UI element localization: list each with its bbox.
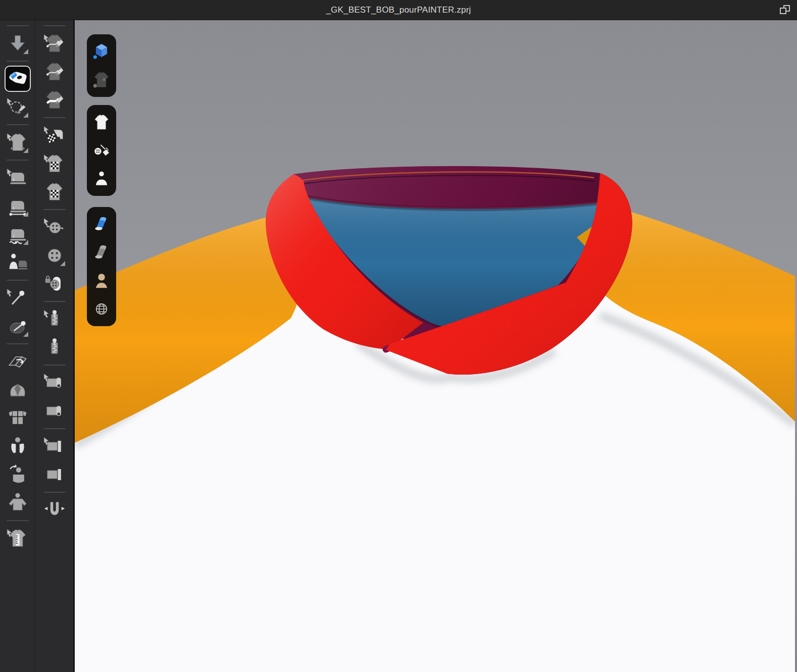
- shirt-white-icon: [92, 113, 111, 132]
- pinch-move-tool[interactable]: [5, 66, 31, 92]
- person-machine-icon: [7, 251, 29, 274]
- toolbar-secondary: [35, 20, 75, 672]
- toolbar-separator: [7, 160, 29, 161]
- zipper-plain-icon: [43, 336, 66, 358]
- fold-arrangement-tool[interactable]: [5, 348, 31, 375]
- view-2d-pattern[interactable]: [88, 66, 115, 94]
- edit-sewing-tool[interactable]: [5, 165, 31, 191]
- app-window: _GK_BEST_BOB_pourPAINTER.zprj: [0, 0, 797, 672]
- garment-scene: [75, 20, 795, 672]
- piping-tool[interactable]: [41, 398, 68, 424]
- avatar-head-icon: [92, 271, 111, 290]
- fabric-fold-gray-icon: [92, 243, 111, 262]
- toolbar-separator: [43, 25, 66, 26]
- buttonhole-lock-icon: [43, 273, 66, 295]
- fabric-pin-icon: [7, 315, 29, 337]
- folded-jacket-icon: [7, 379, 29, 401]
- select-pin-tool[interactable]: [5, 285, 31, 311]
- show-trims[interactable]: [88, 136, 115, 165]
- fabric-roll-plain-icon: [43, 400, 66, 422]
- shirt-pieces-icon: [7, 407, 29, 429]
- toolbar-separator: [7, 520, 29, 521]
- uv-map-tool[interactable]: [41, 179, 68, 205]
- environment[interactable]: [88, 295, 115, 323]
- toolbar-separator: [7, 61, 29, 62]
- toolbar-separator: [43, 209, 66, 210]
- fit-to-avatar-sewing-tool[interactable]: [5, 249, 31, 276]
- fold-garment-tool[interactable]: [5, 377, 31, 403]
- select-move-garment-tool[interactable]: [5, 129, 31, 156]
- shirt-curve-thick-icon: [43, 89, 66, 111]
- toolbar-separator: [43, 428, 66, 429]
- restore-window-icon[interactable]: [780, 5, 790, 14]
- free-sewing-tool[interactable]: [5, 221, 31, 247]
- import-tool[interactable]: [5, 30, 31, 57]
- restore-front-square: [780, 8, 786, 14]
- arrow-down-icon: [7, 32, 29, 55]
- select-zipper-tool[interactable]: [41, 306, 68, 332]
- button-needle-icon: [92, 141, 111, 160]
- toolbar-separator: [43, 492, 66, 493]
- measure-garment-tool[interactable]: [5, 525, 31, 551]
- try-on-tool[interactable]: [5, 490, 31, 516]
- toolbar-separator: [7, 25, 29, 26]
- select-binding-tool[interactable]: [41, 433, 68, 459]
- wrap-avatar-icon: [7, 435, 29, 457]
- pin-tool[interactable]: [5, 313, 31, 339]
- edit-3d-pen-tool[interactable]: [41, 30, 68, 57]
- view-3d[interactable]: [88, 37, 115, 66]
- wrap-arrangement-tool[interactable]: [5, 433, 31, 459]
- clamp-icon: [43, 499, 66, 521]
- buttonhole-tool[interactable]: [41, 271, 68, 297]
- fold-plane-icon: [7, 350, 29, 373]
- toolbar-separator: [7, 124, 29, 125]
- cube-3d-icon: [92, 42, 111, 61]
- toolbar-separator: [43, 365, 66, 366]
- binding-strip-plain-icon: [43, 463, 66, 486]
- button-icon: [43, 244, 66, 267]
- floating-toolbar-view-mode: [87, 34, 116, 97]
- tuck-tool[interactable]: [41, 497, 68, 523]
- rotate-avatar-icon: [7, 463, 29, 486]
- select-button-tool[interactable]: [41, 214, 68, 240]
- paint-select-tool[interactable]: [5, 94, 31, 120]
- viewport-3d[interactable]: [75, 20, 797, 672]
- show-garment[interactable]: [88, 108, 115, 136]
- shirt-2d-icon: [92, 70, 111, 89]
- shirt-curve-pen-icon: [43, 61, 66, 83]
- rotate-arrangement-tool[interactable]: [5, 461, 31, 488]
- reset-arrangement-tool[interactable]: [5, 405, 31, 431]
- binding-tool[interactable]: [41, 461, 68, 488]
- sewing-free-icon: [7, 223, 29, 245]
- pinch-hand-icon: [7, 68, 29, 90]
- toolbar-separator: [43, 301, 66, 302]
- segment-sewing-tool[interactable]: [5, 193, 31, 219]
- sewing-segment-icon: [7, 195, 29, 217]
- shirt-checker-plain-icon: [43, 181, 66, 203]
- toolbar-separator: [7, 280, 29, 281]
- edit-uv-tool[interactable]: [41, 150, 68, 177]
- button-tool[interactable]: [41, 242, 68, 269]
- globe-icon: [92, 299, 111, 319]
- select-piping-tool[interactable]: [41, 370, 68, 396]
- toolbar-main: [0, 20, 35, 672]
- person-shirt-icon: [7, 492, 29, 514]
- 3d-pen-freehand-tool[interactable]: [41, 87, 68, 113]
- textured-surface[interactable]: [88, 210, 115, 238]
- avatar-surface[interactable]: [88, 267, 115, 295]
- avatar-bust-icon: [92, 169, 111, 188]
- title-bar: _GK_BEST_BOB_pourPAINTER.zprj: [0, 0, 797, 20]
- edit-texture-tool[interactable]: [41, 122, 68, 148]
- zipper-tool[interactable]: [41, 334, 68, 360]
- window-title: _GK_BEST_BOB_pourPAINTER.zprj: [326, 5, 471, 15]
- fabric-fold-blue-icon: [92, 215, 111, 234]
- floating-toolbar-surface-style: [87, 207, 116, 326]
- toolbar-separator: [43, 117, 66, 118]
- toolbar-separator: [7, 343, 29, 344]
- floating-toolbar-show-toggles: [87, 105, 116, 196]
- show-avatar[interactable]: [88, 165, 115, 193]
- plain-surface[interactable]: [88, 238, 115, 267]
- 3d-pen-curve-tool[interactable]: [41, 59, 68, 85]
